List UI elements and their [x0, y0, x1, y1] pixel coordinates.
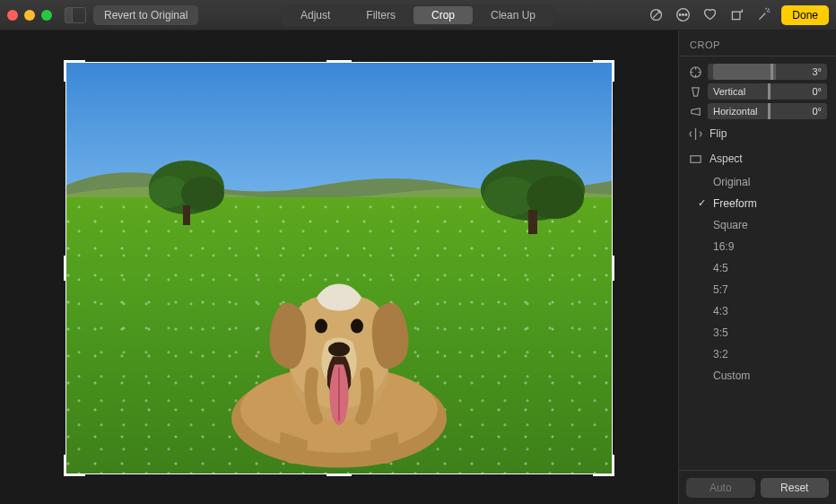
vertical-label: Vertical: [713, 86, 745, 97]
straighten-icon: [688, 65, 702, 79]
svg-point-19: [328, 342, 350, 356]
svg-point-3: [682, 14, 684, 16]
minimize-window[interactable]: [24, 10, 35, 21]
favorite-icon[interactable]: [701, 6, 718, 24]
aspect-option-freeform[interactable]: Freeform: [713, 193, 836, 214]
vertical-row: Vertical 0°: [679, 82, 836, 101]
aspect-option-3-5[interactable]: 3:5: [713, 322, 836, 343]
svg-point-17: [315, 318, 327, 333]
sidebar-footer: Auto Reset: [679, 470, 836, 504]
straighten-row: Straighten 3°: [679, 62, 836, 82]
horizontal-label: Horizontal: [713, 106, 758, 117]
straighten-value: 3°: [812, 66, 822, 77]
horizontal-value: 0°: [812, 106, 822, 117]
edit-mode-tabs: Adjust Filters Crop Clean Up: [281, 4, 555, 26]
reset-button[interactable]: Reset: [761, 478, 830, 498]
aspect-icon: [688, 152, 702, 166]
svg-rect-5: [732, 12, 740, 20]
tab-cleanup[interactable]: Clean Up: [473, 6, 553, 24]
rotate-icon[interactable]: [727, 6, 745, 24]
sidebar-title: CROP: [679, 30, 836, 56]
fullscreen-window[interactable]: [41, 10, 52, 21]
aspect-option-3-2[interactable]: 3:2: [713, 343, 836, 365]
content: CROP Straighten 3° Vertical 0°: [0, 30, 836, 504]
svg-point-4: [685, 14, 687, 16]
aspect-option-4-3[interactable]: 4:3: [713, 300, 836, 322]
aspect-option-16-9[interactable]: 16:9: [713, 236, 836, 257]
svg-rect-13: [528, 210, 537, 234]
horizontal-row: Horizontal 0°: [679, 101, 836, 121]
vertical-perspective-icon: [688, 84, 702, 99]
svg-rect-9: [183, 205, 190, 225]
vertical-value: 0°: [812, 86, 822, 97]
photo-preview: [65, 62, 613, 474]
horizontal-slider[interactable]: Horizontal 0°: [708, 103, 827, 119]
tab-adjust[interactable]: Adjust: [283, 6, 348, 24]
aspect-options: OriginalFreeformSquare16:94:55:74:33:53:…: [679, 171, 836, 387]
svg-point-2: [679, 14, 681, 16]
auto-button[interactable]: Auto: [686, 478, 755, 498]
svg-point-18: [351, 318, 363, 333]
flip-icon: [688, 126, 702, 141]
titlebar: Revert to Original Adjust Filters Crop C…: [0, 0, 836, 30]
toolbar-right: Done: [647, 5, 829, 25]
photos-edit-window: Revert to Original Adjust Filters Crop C…: [0, 0, 836, 504]
crop-sidebar: CROP Straighten 3° Vertical 0°: [678, 30, 836, 504]
flip-button[interactable]: Flip: [679, 121, 836, 146]
tab-crop[interactable]: Crop: [414, 6, 473, 24]
horizontal-perspective-icon: [688, 104, 702, 118]
flip-label: Flip: [710, 127, 727, 140]
aspect-header[interactable]: Aspect: [679, 146, 836, 171]
canvas-area: [0, 30, 678, 504]
dog-subject: [191, 189, 487, 474]
done-button[interactable]: Done: [781, 5, 829, 25]
aspect-option-original[interactable]: Original: [713, 171, 836, 193]
sidebar-toggle-icon[interactable]: [65, 7, 86, 23]
revert-button[interactable]: Revert to Original: [93, 5, 198, 25]
aspect-option-5-7[interactable]: 5:7: [713, 279, 836, 300]
aspect-option-square[interactable]: Square: [713, 214, 836, 236]
tab-filters[interactable]: Filters: [348, 6, 414, 24]
window-controls: [7, 10, 52, 21]
straighten-slider[interactable]: Straighten 3°: [708, 64, 827, 80]
close-window[interactable]: [7, 10, 18, 21]
crop-frame[interactable]: [65, 62, 613, 474]
aspect-option-custom[interactable]: Custom: [713, 365, 836, 387]
more-icon[interactable]: [674, 6, 692, 24]
vertical-slider[interactable]: Vertical 0°: [708, 83, 827, 100]
aspect-option-4-5[interactable]: 4:5: [713, 257, 836, 279]
auto-enhance-icon[interactable]: [754, 6, 772, 24]
enhance-icon[interactable]: [647, 6, 665, 24]
svg-rect-21: [690, 155, 700, 162]
aspect-label: Aspect: [710, 152, 743, 165]
